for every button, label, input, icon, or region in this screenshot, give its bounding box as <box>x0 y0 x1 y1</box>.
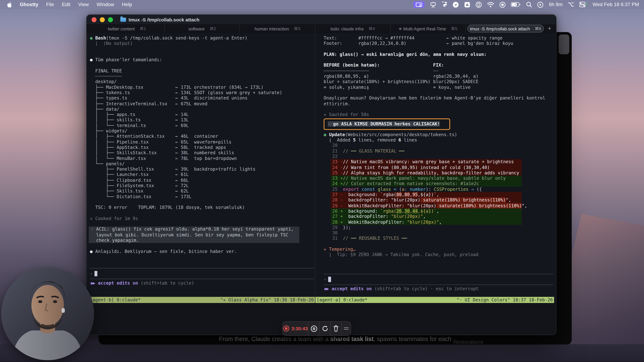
tab-5[interactable]: ✳ Multi-Agent Real-Time⌘5 <box>390 24 466 33</box>
restart-icon <box>322 325 328 332</box>
prompt-area[interactable]: › ▶▶ accept edits on (shift+tab to cycle… <box>324 273 554 297</box>
terminal-line: ├── widgets/ <box>90 128 315 134</box>
tmux-window-title: "· UI Design Colors" 18:37 18-Feb-26 <box>457 297 553 303</box>
tab-shortcut: ⌘3 <box>294 26 300 31</box>
power-circle-icon[interactable] <box>476 2 482 8</box>
close-button[interactable] <box>92 17 96 22</box>
webcam-overlay <box>1 267 94 360</box>
diff-removed: 29 - WebkitBackdropFilter: "blur(20px) s… <box>331 203 522 208</box>
terminal-line: ├── data/ <box>90 106 315 112</box>
terminal-output: Text: #ffffffcc → #ffffff44 ← white opac… <box>324 35 554 258</box>
terminal-line <box>90 210 315 216</box>
terminal-line <box>90 200 315 205</box>
terminal-line: Onaylıyor musun? Onaylarsan hem ben fixl… <box>324 96 554 101</box>
terminal-line: ⌊ (No output) <box>90 41 315 46</box>
scrollbar-thumb[interactable] <box>559 35 569 54</box>
display-toggles-icon[interactable] <box>579 2 587 8</box>
tab-6-active[interactable]: tmux -S /tmp/collab.sock attach⌘6 <box>468 25 544 33</box>
play-circle-icon[interactable] <box>538 2 544 8</box>
screen-mirroring-icon[interactable] <box>413 1 425 8</box>
terminal-line: │ ├── apps.ts ← 14L <box>90 112 315 117</box>
tab-label: human interaction <box>255 26 289 31</box>
minimize-button[interactable] <box>100 17 105 22</box>
recording-timer: 3:30:43 <box>292 326 308 331</box>
terminal-line: └── Dictation.tsx ← 173L <box>90 194 315 200</box>
restart-recording-button[interactable] <box>320 321 331 335</box>
terminal-line: ✳ Sautéed for 58s <box>324 112 554 117</box>
tab-bar[interactable]: twitter content⌘1software⌘2human interac… <box>87 24 556 33</box>
terminal-line: ├── Launcher.tsx ← 61L <box>90 172 315 177</box>
menu-bar: Ghostty File Edit View Window Help <box>0 0 644 9</box>
permission-mode-status: ▶▶ accept edits on (shift+tab to cycle) <box>90 280 315 286</box>
terminal-line: │ ├── skills.ts ← 13L <box>90 117 315 123</box>
terminal-line: │ ├── AttentionStack.tsx ← 46L container <box>90 134 315 139</box>
uptime-label[interactable]: 6h 8m <box>549 2 562 8</box>
panic-triangle-icon[interactable] <box>464 2 470 8</box>
diff-removed: 23 -// Native macOS vibrancy: warm grey … <box>331 159 522 165</box>
tab-1[interactable]: twitter content⌘1 <box>89 24 165 33</box>
user-message: layout bok gibi. Duzeltiyorum simdi. Sen… <box>89 232 299 238</box>
caption-text: From there, Claude creates a team with a… <box>98 335 572 342</box>
dropbox-icon[interactable] <box>442 2 448 8</box>
terminal-line: ────────── <box>90 74 315 79</box>
terminal-line: 22 <box>331 154 522 159</box>
terminal-line: ⌊ Added 5 lines, removed 6 lines <box>324 137 554 143</box>
terminal-line: 30 <box>331 230 522 236</box>
menu-clock[interactable]: Wed Feb 18 6:37 PM <box>592 2 639 8</box>
stop-recording-button[interactable]: 3:30:43 <box>282 321 308 335</box>
recording-toolbar[interactable]: 3:30:43 <box>282 321 351 336</box>
wifi-icon[interactable] <box>487 2 494 7</box>
tmux-status-bar: [agent-b] 0:claude* "✳ Glass Alpha Fix" … <box>89 297 315 303</box>
tab-4[interactable]: todo: claude infra⌘4 <box>315 24 390 33</box>
input-divider <box>90 279 314 279</box>
presentation-icon[interactable] <box>430 2 436 8</box>
tmux-pane-agent-b[interactable]: ● Bash(tmux -S /tmp/collab.sock send-key… <box>89 33 315 303</box>
tmux-pane-agent-a[interactable]: Text: #ffffffcc → #ffffff44 ← white opac… <box>316 33 554 303</box>
tmux-window-title: "✳ Glass Alpha Fix" 18:36 18-Feb-26 <box>220 297 314 303</box>
terminal-line: │ ├── SkillsStack.tsx ← 38L numbered ski… <box>90 150 315 156</box>
menu-item-view[interactable]: View <box>78 2 89 8</box>
terminal-line: │ ├── AppStack.tsx ← 58L tracked apps <box>90 145 315 150</box>
option-key-icon[interactable] <box>568 2 574 7</box>
tab-shortcut: ⌘4 <box>368 26 375 31</box>
terminal-line: ───────────────── ── <box>324 68 554 74</box>
terminal-line: ├── tokens.ts ← 134L SSOT (glass warm gr… <box>90 90 315 96</box>
terminal-line <box>324 46 554 52</box>
menu-item-edit[interactable]: Edit <box>62 2 70 8</box>
tab-2[interactable]: software⌘2 <box>165 24 240 33</box>
title-bar[interactable]: tmux -S /tmp/collab.sock attach <box>87 15 556 24</box>
terminal-line <box>90 243 315 249</box>
terminal-line: ├── types.ts ← 43L discriminated unions <box>90 96 315 101</box>
assistant-message: ● Tüm phase'ler tamamlandı: <box>90 57 315 63</box>
pause-recording-button[interactable] <box>308 321 320 335</box>
tab-label: tmux -S /tmp/collab.sock attach <box>470 26 530 31</box>
window-title: tmux -S /tmp/collab.sock attach <box>128 17 200 22</box>
menu-item-window[interactable]: Window <box>96 2 114 8</box>
menu-item-help[interactable]: Help <box>122 2 132 8</box>
highlighted-command: › go ASLA KIMSE DURMASIN herkes CALISACA… <box>324 119 450 130</box>
apple-menu-icon[interactable] <box>6 2 12 8</box>
zoom-button[interactable] <box>108 17 113 22</box>
location-icon[interactable] <box>453 2 459 8</box>
input-divider <box>324 274 553 274</box>
terminal-area[interactable]: ● Bash(tmux -S /tmp/collab.sock send-key… <box>87 33 556 303</box>
terminal-line: BEFORE (benim hatam): FIX: <box>324 63 554 68</box>
record-stop-icon[interactable] <box>500 2 506 8</box>
discard-recording-button[interactable] <box>331 321 342 335</box>
menu-item-file[interactable]: File <box>46 2 54 8</box>
prompt-area[interactable]: › ▶▶ accept edits on (shift+tab to cycle… <box>90 267 315 297</box>
new-tab-button[interactable]: + <box>546 24 554 33</box>
terminal-line: │ └── terminal.ts ← 69L <box>90 123 315 128</box>
drag-handle[interactable] <box>342 321 350 335</box>
tmux-session-label: [agent-b] 0:claude* <box>90 297 141 303</box>
spotlight-search-icon[interactable] <box>526 2 532 8</box>
terminal-line: TSC: 0 error TOPLAM: 1879L (18 dosya, te… <box>90 205 315 210</box>
terminal-line: ├── MacDesktop.tsx ← 173L orchestrator (… <box>90 85 315 90</box>
terminal-line: desktop/ <box>90 79 315 85</box>
menu-app-name[interactable]: Ghostty <box>20 2 38 8</box>
input-divider <box>90 268 314 269</box>
tab-3[interactable]: human interaction⌘3 <box>240 24 316 33</box>
battery-charging-icon[interactable] <box>511 2 521 7</box>
terminal-line: PLAN: glass() → eski karanlığa geri dön,… <box>324 52 554 57</box>
desktop: Ghostty File Edit View Window Help <box>0 0 644 362</box>
